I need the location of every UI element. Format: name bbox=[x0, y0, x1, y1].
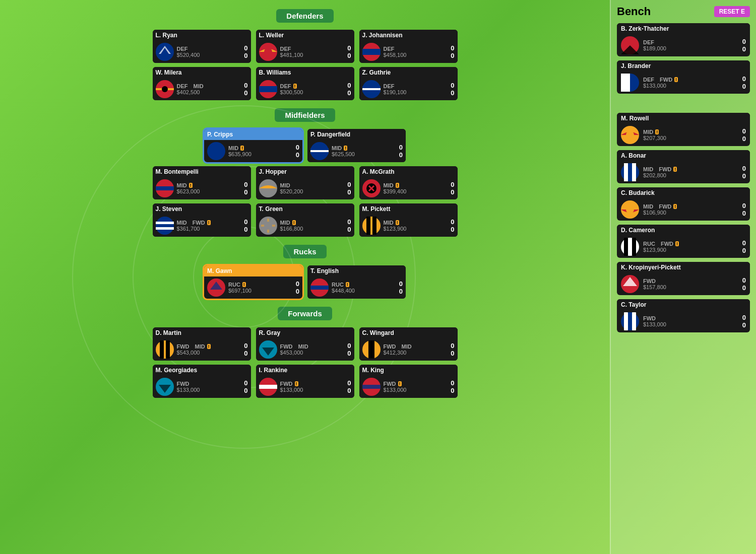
team-logo-m-gawn bbox=[207, 279, 225, 297]
warn-icon: ! bbox=[292, 220, 296, 225]
team-logo-b-williams bbox=[259, 80, 277, 98]
player-card-m-king[interactable]: M. King FWD ! $133,000 0 0 bbox=[359, 365, 458, 398]
svg-rect-19 bbox=[310, 148, 329, 150]
team-logo-p-cripps bbox=[207, 142, 225, 160]
forwards-row-1: D. Martin FWD MID ! $543,000 bbox=[10, 327, 600, 361]
player-card-j-hopper[interactable]: J. Hopper MID $520,200 0 0 bbox=[256, 166, 354, 199]
bench-spacer bbox=[617, 98, 750, 113]
bench-player-name: A. Bonar bbox=[617, 150, 750, 161]
svg-point-61 bbox=[621, 312, 639, 330]
svg-point-5 bbox=[264, 48, 272, 56]
warn-icon: ! bbox=[396, 220, 399, 225]
bench-card-j-brander[interactable]: J. Brander DEF FWD ! $133,000 0 0 bbox=[617, 60, 750, 94]
player-card-p-dangerfield[interactable]: P. Dangerfield MID ! $625,500 0 bbox=[307, 129, 406, 162]
player-positions: DEF bbox=[177, 46, 241, 52]
bench-card-m-rowell[interactable]: M. Rowell MID ! $207,300 0 0 bbox=[617, 113, 750, 146]
team-logo-m-pickett bbox=[362, 217, 381, 235]
warn-icon: ! bbox=[293, 84, 297, 89]
svg-rect-20 bbox=[310, 152, 329, 154]
player-card-r-gray[interactable]: R. Gray FWD MID $453,000 0 0 bbox=[256, 327, 354, 361]
svg-rect-15 bbox=[362, 90, 381, 92]
team-logo-t-english bbox=[310, 279, 329, 297]
forwards-row-2: M. Georgiades FWD $133,000 0 0 bbox=[10, 365, 600, 398]
player-card-m-bontempelli[interactable]: M. Bontempelli MID ! $623,000 0 0 bbox=[153, 166, 251, 199]
svg-point-26 bbox=[156, 217, 174, 235]
team-logo-c-wingard bbox=[362, 340, 381, 359]
svg-point-37 bbox=[156, 340, 174, 359]
team-logo-l-ryan bbox=[156, 43, 174, 61]
player-card-a-mcgrath[interactable]: A. McGrath MID ! $399,400 0 0 bbox=[359, 166, 458, 199]
player-card-i-rankine[interactable]: I. Rankine FWD ! $133,000 0 0 bbox=[256, 365, 354, 398]
player-card-z-guthrie[interactable]: Z. Guthrie DEF $190,100 0 0 bbox=[359, 67, 458, 100]
warn-icon: ! bbox=[346, 282, 349, 287]
player-card-j-johannisen[interactable]: J. Johannisen DEF $458,100 0 0 bbox=[359, 30, 458, 63]
bench-card-b-zerk-thatcher[interactable]: B. Zerk-Thatcher DEF $189,000 0 0 bbox=[617, 23, 750, 56]
warn-icon: ! bbox=[396, 183, 399, 188]
warn-icon: ! bbox=[673, 204, 677, 209]
player-name: J. Steven bbox=[153, 203, 251, 215]
bench-card-d-cameron[interactable]: D. Cameron RUC FWD ! $123,900 0 0 bbox=[617, 225, 750, 258]
bench-panel: Bench RESET E B. Zerk-Thatcher DEF $189,… bbox=[610, 0, 756, 554]
defenders-label: Defenders bbox=[276, 9, 333, 23]
svg-rect-7 bbox=[362, 49, 381, 55]
svg-rect-38 bbox=[160, 340, 164, 359]
defenders-row-1: L. Ryan DEF $520,400 0 0 bbox=[10, 30, 600, 63]
player-card-m-gawn[interactable]: M. Gawn RUC ! $697,100 0 0 bbox=[204, 265, 302, 299]
player-card-j-steven[interactable]: J. Steven MID FWD ! $361,700 bbox=[153, 203, 251, 237]
player-card-c-wingard[interactable]: C. Wingard FWD MID $412,300 0 0 bbox=[359, 327, 458, 361]
bench-player-name: D. Cameron bbox=[617, 225, 750, 236]
player-name: J. Johannisen bbox=[359, 30, 458, 41]
team-logo-p-dangerfield bbox=[310, 142, 329, 160]
warn-icon: ! bbox=[189, 183, 193, 188]
player-card-t-green[interactable]: T. Green MID ! $166,800 0 0 bbox=[256, 203, 354, 237]
defenders-row-2: W. Milera DEF MID $402,500 0 bbox=[10, 67, 600, 100]
forwards-header: Forwards bbox=[10, 303, 600, 324]
player-card-p-cripps[interactable]: P. Cripps MID ! $635,900 0 0 bbox=[204, 129, 302, 162]
player-name: T. English bbox=[307, 265, 406, 276]
rucks-row-1: M. Gawn RUC ! $697,100 0 0 bbox=[10, 265, 600, 299]
player-info: DEF $520,400 bbox=[177, 46, 241, 58]
svg-point-9 bbox=[162, 86, 168, 92]
bench-card-a-bonar[interactable]: A. Bonar MID FWD ! $202,800 0 0 bbox=[617, 150, 750, 183]
bench-player-name: M. Rowell bbox=[617, 113, 750, 124]
bench-logo-6 bbox=[621, 275, 639, 293]
player-card-b-williams[interactable]: B. Williams DEF ! $300,500 0 0 bbox=[256, 67, 354, 100]
bench-card-k-kropinyeri-pickett[interactable]: K. Kropinyeri-Pickett FWD $157,800 0 0 bbox=[617, 262, 750, 295]
player-card-t-english[interactable]: T. English RUC ! $448,400 0 0 bbox=[307, 265, 406, 299]
player-name: M. Pickett bbox=[359, 203, 458, 215]
player-name: M. Bontempelli bbox=[153, 166, 251, 177]
player-card-l-ryan[interactable]: L. Ryan DEF $520,400 0 0 bbox=[153, 30, 251, 63]
reset-button[interactable]: RESET E bbox=[714, 6, 750, 17]
svg-point-30 bbox=[264, 222, 272, 230]
bench-title-row: Bench RESET E bbox=[617, 5, 750, 18]
team-logo-l-weller bbox=[259, 43, 277, 61]
player-card-m-georgiades[interactable]: M. Georgiades FWD $133,000 0 0 bbox=[153, 365, 251, 398]
team-logo-d-martin bbox=[156, 340, 174, 359]
bench-card-c-budarick[interactable]: C. Budarick MID FWD ! $106,900 0 0 bbox=[617, 187, 750, 221]
player-name: R. Gray bbox=[256, 327, 354, 338]
bench-player-name: C. Taylor bbox=[617, 299, 750, 310]
team-logo-j-johannisen bbox=[362, 43, 381, 61]
player-name: M. Gawn bbox=[204, 265, 302, 276]
svg-rect-22 bbox=[156, 186, 174, 190]
player-card-d-martin[interactable]: D. Martin FWD MID ! $543,000 bbox=[153, 327, 251, 361]
bench-logo-7 bbox=[621, 312, 639, 330]
player-card-m-pickett[interactable]: M. Pickett MID ! $123,900 0 0 bbox=[359, 203, 458, 237]
defenders-header: Defenders bbox=[10, 5, 600, 27]
warn-icon: ! bbox=[344, 146, 347, 151]
warn-icon: ! bbox=[242, 282, 246, 287]
warn-icon: ! bbox=[673, 167, 677, 172]
bench-card-c-taylor[interactable]: C. Taylor FWD $133,000 0 0 bbox=[617, 299, 750, 332]
warn-icon: ! bbox=[207, 220, 211, 225]
player-card-w-milera[interactable]: W. Milera DEF MID $402,500 0 bbox=[153, 67, 251, 100]
player-card-l-weller[interactable]: L. Weller DEF $481,100 0 0 bbox=[256, 30, 354, 63]
svg-point-56 bbox=[626, 205, 634, 214]
bench-player-name: C. Budarick bbox=[617, 187, 750, 198]
bench-player-name: K. Kropinyeri-Pickett bbox=[617, 262, 750, 273]
team-logo-w-milera bbox=[156, 80, 174, 98]
warn-icon: ! bbox=[655, 129, 659, 134]
midfielders-header: Midfielders bbox=[10, 104, 600, 126]
svg-point-52 bbox=[621, 163, 639, 181]
svg-rect-27 bbox=[156, 222, 174, 224]
bench-title: Bench bbox=[617, 5, 651, 18]
